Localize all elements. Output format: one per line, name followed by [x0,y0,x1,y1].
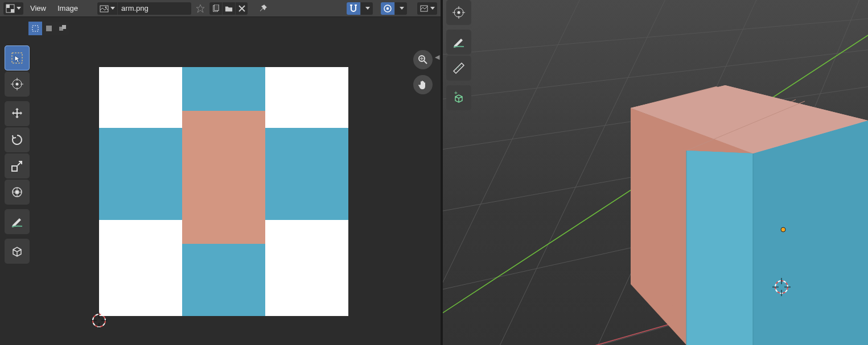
texture-cell [99,220,182,316]
fake-user-toggle[interactable] [194,2,207,15]
select-box-tool[interactable] [5,45,30,70]
sidebar-collapse-arrow[interactable]: ◀ [435,53,439,61]
texture-cell [265,67,348,128]
selected-vertex-icon [781,227,785,232]
proportional-editing-dropdown[interactable] [394,2,407,15]
texture-cell [99,128,182,220]
svg-text:+: + [454,91,458,96]
image-datablock: arm.png [97,2,191,15]
editor-type-dropdown[interactable] [3,2,23,15]
texture-cell [182,67,265,111]
svg-marker-64 [753,120,868,345]
svg-rect-17 [62,25,66,29]
uv-image-editor-panel: View Image arm.png [0,0,443,345]
texture-cell [265,220,348,316]
svg-point-33 [93,314,105,327]
cursor-3d-tool[interactable] [446,0,471,25]
uv-snap-dropdown[interactable] [360,2,373,15]
svg-rect-2 [11,9,14,13]
unlink-image-button[interactable] [235,2,248,15]
move-tool[interactable] [5,101,30,126]
menu-image[interactable]: Image [53,2,83,15]
uv-select-mode-edge[interactable] [42,22,56,35]
texture-cell [265,128,348,220]
mesh-object-clean [631,85,868,345]
uv-texture-canvas[interactable] [99,67,348,316]
image-browse-dropdown[interactable] [97,2,117,15]
uv-select-mode-face[interactable] [56,22,69,35]
3d-viewport-canvas[interactable] [443,0,868,345]
svg-rect-25 [12,166,17,171]
pan-button[interactable] [413,75,433,94]
svg-line-85 [458,67,459,68]
svg-rect-6 [214,5,219,11]
texture-cell-center [182,111,265,244]
svg-rect-27 [15,190,19,194]
measure-tool[interactable] [446,56,471,81]
uv-nav-buttons [413,50,433,94]
annotate-tool[interactable] [5,209,30,234]
zoom-button[interactable] [413,50,433,69]
svg-point-79 [458,11,460,14]
svg-point-20 [16,83,19,86]
annotate-tool[interactable] [446,30,471,55]
scale-tool[interactable] [5,153,30,178]
svg-line-84 [456,69,457,70]
uv-selection-mode [28,22,69,35]
proportional-editing-toggle[interactable] [381,2,394,15]
pin-toggle[interactable] [257,2,270,15]
transform-tool[interactable] [5,180,30,205]
view3d-toolbar: + [446,0,471,110]
svg-rect-15 [46,26,52,31]
svg-line-29 [424,61,427,64]
svg-rect-14 [32,26,38,31]
svg-marker-65 [686,151,753,345]
open-image-button[interactable] [222,2,235,15]
overlay-display-dropdown[interactable] [417,2,437,15]
svg-rect-1 [6,5,10,8]
svg-point-4 [105,6,107,8]
uv-toolbar [5,45,30,264]
texture-cell [182,244,265,316]
uv-cube-project-tool[interactable] [5,239,30,264]
menu-view[interactable]: View [26,2,51,15]
new-image-button[interactable] [209,2,222,15]
cursor-tool[interactable] [5,72,30,97]
uv-editor-header: View Image arm.png [0,0,441,17]
uv-select-mode-vertex[interactable] [28,22,42,35]
3d-viewport-panel: + [443,0,868,345]
svg-line-38 [443,11,868,57]
svg-line-86 [459,65,460,66]
image-name-field[interactable]: arm.png [117,2,191,15]
add-cube-tool[interactable]: + [446,85,471,110]
svg-point-12 [386,7,389,9]
svg-point-32 [93,314,105,327]
uv-snap-toggle[interactable] [347,2,360,15]
texture-cell [99,67,182,128]
rotate-tool[interactable] [5,127,30,152]
